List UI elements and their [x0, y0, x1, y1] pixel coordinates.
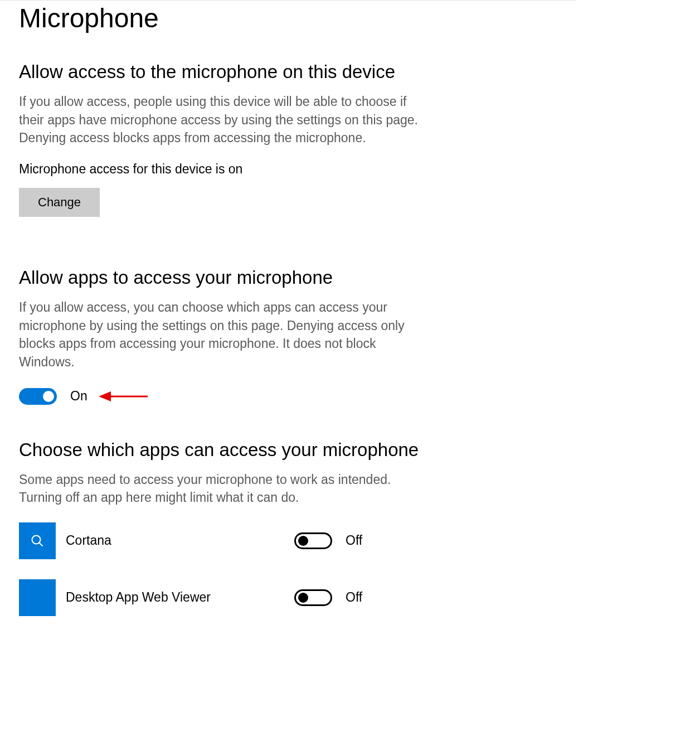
annotation-arrow-icon [99, 390, 149, 403]
section-apps-heading: Allow apps to access your microphone [19, 267, 576, 288]
desktop-app-web-viewer-icon [19, 579, 56, 616]
svg-line-3 [40, 542, 43, 546]
section-device-heading: Allow access to the microphone on this d… [19, 61, 576, 83]
section-choose-heading: Choose which apps can access your microp… [19, 439, 576, 461]
app-toggle-label: Off [346, 590, 362, 605]
page-title: Microphone [19, 3, 576, 33]
device-access-status: Microphone access for this device is on [19, 162, 576, 177]
app-toggle-label: Off [346, 533, 362, 548]
change-button[interactable]: Change [19, 188, 100, 217]
app-row: Cortana Off [19, 522, 576, 559]
app-row: Desktop App Web Viewer Off [19, 579, 576, 616]
app-toggle-cortana[interactable] [294, 532, 332, 549]
allow-apps-toggle[interactable] [19, 388, 57, 405]
app-name-label: Cortana [56, 533, 294, 548]
section-device-description: If you allow access, people using this d… [19, 93, 431, 147]
svg-marker-1 [99, 391, 111, 401]
section-apps-description: If you allow access, you can choose whic… [19, 298, 431, 371]
cortana-icon [19, 522, 56, 559]
section-choose-description: Some apps need to access your microphone… [19, 471, 409, 507]
app-name-label: Desktop App Web Viewer [56, 590, 294, 605]
allow-apps-toggle-label: On [70, 389, 88, 404]
app-toggle-desktop-app-web-viewer[interactable] [294, 589, 332, 606]
